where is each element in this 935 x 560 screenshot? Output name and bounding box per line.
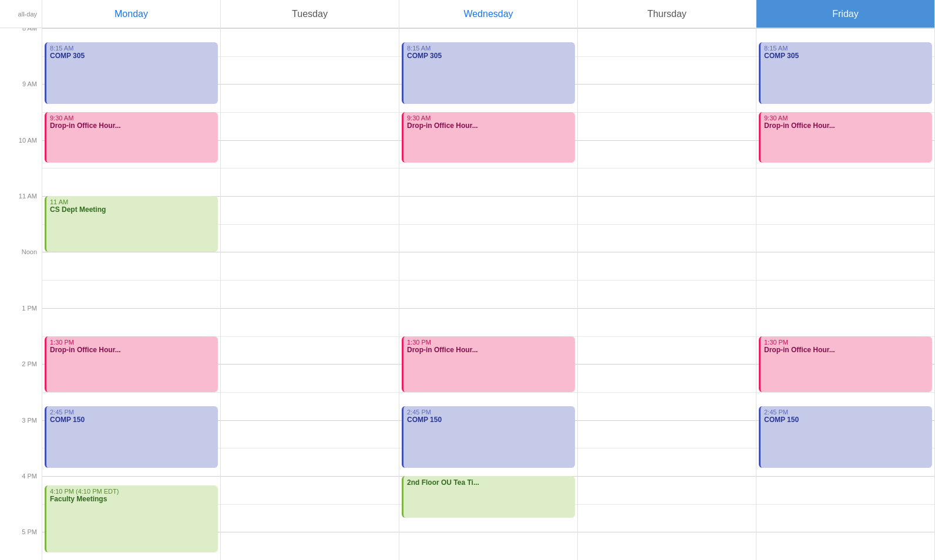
event-title: COMP 305 [50, 52, 214, 60]
hour-line [578, 28, 756, 29]
hour-line [578, 364, 756, 365]
days-grid: 8:15 AMCOMP 3059:30 AMDrop-in Office Hou… [42, 28, 935, 560]
hour-line [221, 252, 399, 252]
hour-line [221, 504, 399, 505]
event-title: Drop-in Office Hour... [764, 346, 929, 354]
time-label-15: 3 PM [22, 417, 37, 424]
event-pink[interactable]: 9:30 AMDrop-in Office Hour... [402, 112, 575, 163]
day-column-monday[interactable]: 8:15 AMCOMP 3059:30 AMDrop-in Office Hou… [42, 28, 221, 560]
day-header-tuesday[interactable]: Tuesday [221, 0, 399, 28]
event-pink[interactable]: 9:30 AMDrop-in Office Hour... [759, 112, 932, 163]
day-header-wednesday[interactable]: Wednesday [399, 0, 578, 28]
calendar-container: all-day Monday Tuesday Wednesday Thursda… [0, 0, 935, 560]
hour-line [221, 280, 399, 281]
event-title: COMP 150 [764, 416, 929, 424]
hour-line [756, 252, 934, 252]
hour-line [756, 224, 934, 225]
hour-line [221, 140, 399, 141]
time-gutter: 8 AM9 AM10 AM11 AMNoon1 PM2 PM3 PM4 PM5 … [0, 28, 42, 560]
event-title: Drop-in Office Hour... [764, 122, 929, 130]
event-title: COMP 305 [764, 52, 929, 60]
hour-line [42, 252, 220, 252]
hour-line [756, 308, 934, 309]
time-label-13: 1 PM [22, 305, 37, 312]
all-day-label: all-day [0, 0, 42, 28]
hour-line [399, 532, 577, 532]
event-pink[interactable]: 9:30 AMDrop-in Office Hour... [45, 112, 218, 163]
hour-line [578, 308, 756, 309]
time-label-8: 8 AM [22, 28, 37, 32]
hour-line [399, 280, 577, 281]
hour-line [756, 196, 934, 197]
hour-line [578, 532, 756, 532]
event-pink[interactable]: 1:30 PMDrop-in Office Hour... [759, 336, 932, 392]
hour-line [221, 84, 399, 85]
hour-line [221, 392, 399, 393]
hour-line [399, 392, 577, 393]
day-column-friday[interactable]: 8:15 AMCOMP 3059:30 AMDrop-in Office Hou… [756, 28, 935, 560]
event-time: 8:15 AM [50, 45, 214, 52]
time-label-17: 5 PM [22, 528, 37, 535]
event-title: Drop-in Office Hour... [407, 346, 571, 354]
hour-line [42, 168, 220, 168]
event-time: 1:30 PM [50, 339, 214, 346]
event-green[interactable]: 4:10 PM (4:10 PM EDT)Faculty Meetings [45, 485, 218, 552]
hour-line [221, 364, 399, 365]
hour-line [42, 308, 220, 309]
event-blue[interactable]: 2:45 PMCOMP 150 [759, 406, 932, 468]
hour-line [399, 168, 577, 168]
event-blue[interactable]: 8:15 AMCOMP 305 [759, 42, 932, 104]
hour-line [221, 196, 399, 197]
event-time: 2:45 PM [50, 409, 214, 416]
event-title: COMP 305 [407, 52, 571, 60]
hour-line [221, 420, 399, 421]
hour-line [756, 392, 934, 393]
day-column-wednesday[interactable]: 8:15 AMCOMP 3059:30 AMDrop-in Office Hou… [399, 28, 578, 560]
hour-line [221, 224, 399, 225]
hour-line [578, 280, 756, 281]
hour-line [221, 56, 399, 57]
time-label-16: 4 PM [22, 473, 37, 480]
event-blue[interactable]: 8:15 AMCOMP 305 [402, 42, 575, 104]
hour-line [756, 532, 934, 532]
day-column-thursday[interactable] [578, 28, 756, 560]
hour-line [578, 448, 756, 448]
time-label-14: 2 PM [22, 360, 37, 367]
hour-line [399, 28, 577, 29]
hour-line [756, 168, 934, 168]
hour-line [578, 336, 756, 337]
hour-line [42, 280, 220, 281]
hour-line [578, 420, 756, 421]
event-title: 2nd Floor OU Tea Ti... [407, 478, 571, 487]
event-time: 1:30 PM [764, 339, 929, 346]
day-header-monday[interactable]: Monday [42, 0, 221, 28]
event-time: 2:45 PM [764, 409, 929, 416]
event-pink[interactable]: 1:30 PMDrop-in Office Hour... [45, 336, 218, 392]
day-column-tuesday[interactable] [221, 28, 399, 560]
event-time: 9:30 AM [764, 114, 929, 122]
event-blue[interactable]: 2:45 PMCOMP 150 [45, 406, 218, 468]
time-label-10: 10 AM [19, 137, 37, 144]
event-title: Drop-in Office Hour... [50, 346, 214, 354]
time-label-9: 9 AM [22, 80, 37, 87]
event-blue[interactable]: 8:15 AMCOMP 305 [45, 42, 218, 104]
hour-line [578, 392, 756, 393]
event-title: CS Dept Meeting [50, 205, 214, 214]
event-time: 9:30 AM [50, 114, 214, 122]
event-green[interactable]: 11 AMCS Dept Meeting [45, 196, 218, 252]
day-header-thursday[interactable]: Thursday [578, 0, 756, 28]
event-pink[interactable]: 1:30 PMDrop-in Office Hour... [402, 336, 575, 392]
hour-line [221, 336, 399, 337]
hour-line [578, 224, 756, 225]
event-blue[interactable]: 2:45 PMCOMP 150 [402, 406, 575, 468]
event-time: 8:15 AM [407, 45, 571, 52]
hour-line [756, 476, 934, 477]
day-header-friday[interactable]: Friday [756, 0, 935, 28]
event-green[interactable]: 2nd Floor OU Tea Ti... [402, 476, 575, 518]
hour-line [578, 84, 756, 85]
hour-line [221, 476, 399, 477]
time-label-12: Noon [22, 248, 37, 255]
hour-line [399, 196, 577, 197]
hour-line [221, 448, 399, 448]
hour-line [578, 196, 756, 197]
